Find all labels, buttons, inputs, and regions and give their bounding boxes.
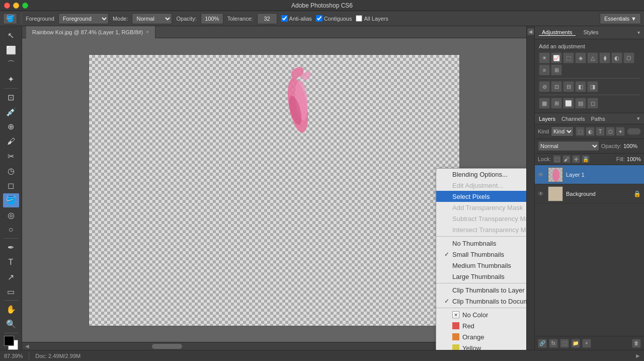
ctx-small-thumbnails[interactable]: ✓ Small Thumbnails	[436, 249, 526, 260]
ctx-no-thumbnails[interactable]: No Thumbnails	[436, 238, 526, 249]
brightness-icon[interactable]: ☀	[539, 52, 550, 63]
kind-select[interactable]: Kind	[551, 126, 574, 136]
filter-pixel-icon[interactable]: ⬚	[576, 127, 585, 136]
eraser-tool[interactable]: ◻	[3, 178, 19, 192]
channelmixer-icon[interactable]: ≡	[539, 64, 550, 76]
gradient-icon[interactable]: ▤	[575, 98, 586, 109]
selectivecolor-icon[interactable]: ◨	[587, 81, 598, 92]
panel-collapse[interactable]: ▾	[637, 30, 640, 35]
move-tool[interactable]: ↖	[3, 28, 19, 42]
essentials-button[interactable]: Essentials ▼	[600, 13, 641, 24]
type-tool[interactable]: T	[3, 255, 19, 269]
heal-tool[interactable]: ⊕	[3, 119, 19, 133]
new-group-icon[interactable]: 📁	[571, 339, 580, 348]
strip-button[interactable]: ◀	[527, 28, 534, 35]
lock-all-icon[interactable]: 🔒	[582, 155, 590, 163]
threshold-icon[interactable]: ⊟	[563, 81, 574, 92]
ctx-yellow[interactable]: Yellow	[436, 342, 526, 350]
pen-tool[interactable]: ✒	[3, 240, 19, 254]
clone-tool[interactable]: ✂	[3, 149, 19, 163]
link-layers-icon[interactable]: 🔗	[538, 339, 547, 348]
ctx-red[interactable]: Red	[436, 320, 526, 331]
blend-mode-select[interactable]: Normal	[538, 141, 599, 151]
ctx-no-color[interactable]: ✕ No Color	[436, 309, 526, 320]
photofilter-icon[interactable]: ⬡	[623, 52, 634, 63]
layers-toggle[interactable]	[627, 128, 641, 135]
close-button[interactable]	[4, 3, 10, 9]
bw-icon[interactable]: ◐	[611, 52, 622, 63]
stroke-icon[interactable]: ⬜	[563, 98, 574, 109]
posterize-icon[interactable]: ⊡	[551, 81, 562, 92]
curves-icon[interactable]: 📈	[551, 52, 562, 63]
colorbalance-icon[interactable]: ⧫	[599, 52, 610, 63]
exposure-icon[interactable]: ⬚	[563, 52, 574, 63]
contiguous-checkbox[interactable]	[316, 15, 323, 22]
layer-item-layer1[interactable]: 👁 Layer 1	[535, 165, 644, 184]
toggle-switch[interactable]	[627, 128, 641, 135]
foreground-color[interactable]	[4, 336, 14, 346]
ctx-orange[interactable]: Orange	[436, 331, 526, 342]
scroll-thumb[interactable]	[152, 344, 182, 349]
marquee-tool[interactable]: ⬜	[3, 43, 19, 57]
color-swatches[interactable]	[3, 335, 19, 350]
hsl-icon[interactable]: △	[587, 52, 598, 63]
levels-icon[interactable]: ▦	[539, 98, 550, 109]
scroll-arrow-right[interactable]: ▶	[636, 353, 640, 358]
visibility-icon[interactable]: 👁	[538, 171, 545, 178]
hand-tool[interactable]: ✋	[3, 302, 19, 316]
filter-type-icon[interactable]: T	[596, 127, 605, 136]
tolerance-input[interactable]	[257, 13, 277, 24]
document-tab[interactable]: Rainbow Koi.jpg @ 87.4% (Layer 1, RGB/8#…	[26, 26, 155, 38]
ctx-medium-thumbnails[interactable]: Medium Thumbnails	[436, 260, 526, 271]
dodge-tool[interactable]: ○	[3, 223, 19, 237]
foreground-select[interactable]: Foreground	[58, 13, 109, 24]
satin-icon[interactable]: ◻	[587, 98, 598, 109]
filter-adjust-icon[interactable]: ◐	[586, 127, 595, 136]
tab-close[interactable]: ×	[146, 29, 149, 35]
add-style-icon[interactable]: fx	[549, 339, 558, 348]
ctx-clip-layer-bounds[interactable]: Clip Thumbnails to Layer Bounds	[436, 284, 526, 296]
history-tool[interactable]: ◷	[3, 164, 19, 178]
new-layer-icon[interactable]: +	[582, 339, 591, 348]
path-tool[interactable]: ↗	[3, 270, 19, 284]
contiguous-label[interactable]: Contiguous	[316, 15, 352, 22]
antialias-checkbox[interactable]	[281, 15, 288, 22]
pattern-icon[interactable]: ⊞	[551, 98, 562, 109]
gradientmap-icon[interactable]: ◧	[575, 81, 586, 92]
tab-channels[interactable]: Channels	[561, 116, 585, 122]
tab-paths[interactable]: Paths	[591, 116, 605, 122]
right-arrow[interactable]: ▶	[636, 353, 640, 358]
tab-adjustments[interactable]: Adjustments	[539, 29, 576, 36]
alllayers-checkbox[interactable]	[356, 15, 362, 22]
tab-styles[interactable]: Styles	[581, 29, 602, 36]
filter-shape-icon[interactable]: ⬡	[606, 127, 615, 136]
lock-paint-icon[interactable]: 🖌	[562, 155, 571, 163]
tab-layers[interactable]: Layers	[539, 116, 555, 122]
lock-pixels-icon[interactable]: ⬚	[553, 155, 561, 163]
tool-icon[interactable]: 🪣	[3, 13, 17, 24]
delete-layer-icon[interactable]: 🗑	[632, 339, 641, 348]
add-mask-icon[interactable]: ⬚	[560, 339, 569, 348]
ctx-select-pixels[interactable]: Select Pixels	[436, 191, 526, 202]
magic-wand-tool[interactable]: ✦	[3, 73, 19, 87]
invert-icon[interactable]: ⊘	[539, 81, 550, 92]
ctx-clip-document-bounds[interactable]: ✓ Clip Thumbnails to Document Bounds	[436, 296, 526, 307]
colorlookup-icon[interactable]: ⊞	[551, 64, 562, 76]
alllayers-label[interactable]: All Layers	[356, 15, 388, 22]
window-controls[interactable]	[4, 3, 28, 9]
ctx-large-thumbnails[interactable]: Large Thumbnails	[436, 271, 526, 282]
filter-smart-icon[interactable]: ✦	[616, 127, 625, 136]
layer-item-background[interactable]: 👁 Background 🔒	[535, 184, 644, 203]
scroll-left[interactable]: ◀	[23, 343, 31, 349]
lasso-tool[interactable]: ⌒	[3, 58, 19, 72]
minimize-button[interactable]	[13, 3, 19, 9]
zoom-tool[interactable]: 🔍	[3, 317, 19, 331]
shape-tool[interactable]: ▭	[3, 284, 19, 299]
lock-move-icon[interactable]: ✛	[572, 155, 580, 163]
blur-tool[interactable]: ◎	[3, 208, 19, 222]
maximize-button[interactable]	[22, 3, 28, 9]
layers-options[interactable]: ▾	[637, 115, 640, 122]
antialias-label[interactable]: Anti-alias	[281, 15, 312, 22]
mode-select[interactable]: Normal	[132, 13, 172, 24]
eyedropper-tool[interactable]: 💉	[3, 105, 19, 119]
